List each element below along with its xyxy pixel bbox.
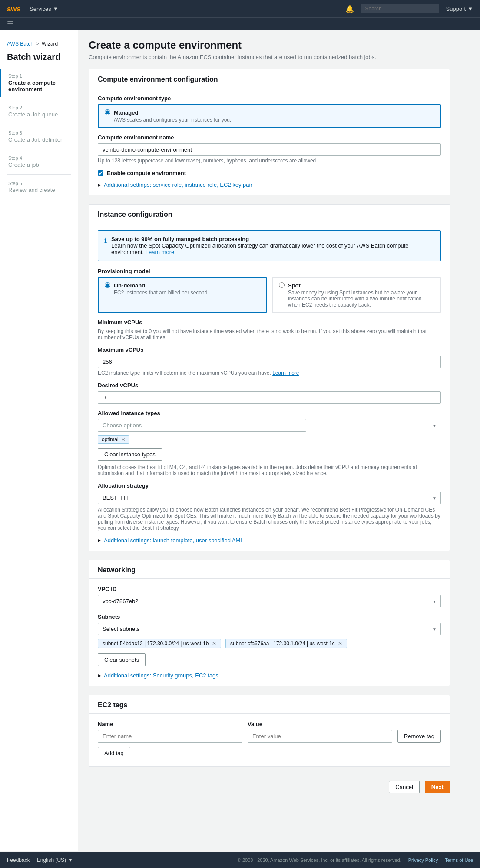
action-bar: Cancel Next xyxy=(89,776,450,799)
remove-tag-label: Remove tag xyxy=(404,733,434,739)
compute-type-group: Compute environment type Managed AWS sca… xyxy=(98,95,441,128)
add-tag-button[interactable]: Add tag xyxy=(98,747,130,759)
info-box-link[interactable]: Learn more xyxy=(146,249,174,255)
tag-value-label: Value xyxy=(248,721,392,727)
tag-name-input[interactable] xyxy=(98,730,242,743)
managed-option-text: Managed AWS scales and configures your i… xyxy=(114,109,231,123)
ec2-card-title: EC2 tags xyxy=(98,701,441,709)
breadcrumb-parent[interactable]: AWS Batch xyxy=(7,41,33,47)
spot-radio[interactable] xyxy=(279,282,285,288)
subnets-select[interactable]: Select subnets xyxy=(98,623,441,635)
optimal-chip: optimal ✕ xyxy=(98,435,129,444)
networking-additional-trigger[interactable]: ▶ Additional settings: Security groups, … xyxy=(98,672,441,679)
allocation-select[interactable]: BEST_FIT BEST_FIT_PROGRESSIVE SPOT_CAPAC… xyxy=(98,492,441,504)
clear-subnets-label: Clear subnets xyxy=(104,657,139,663)
max-vcpus-input[interactable] xyxy=(98,356,441,368)
subnet-1-tag: subnet-54bdac12 | 172.30.0.0/24 | us-wes… xyxy=(98,639,221,648)
compute-card-body: Compute environment type Managed AWS sca… xyxy=(89,88,450,195)
hamburger-menu-icon[interactable]: ☰ xyxy=(7,20,13,28)
additional-settings-trigger[interactable]: ▶ Additional settings: service role, ins… xyxy=(98,182,441,188)
desired-vcpus-input[interactable] xyxy=(98,391,441,404)
cancel-button[interactable]: Cancel xyxy=(389,781,419,793)
min-vcpus-label: Minimum vCPUs xyxy=(98,319,441,326)
next-button[interactable]: Next xyxy=(425,781,450,793)
vpc-label: VPC ID xyxy=(98,586,441,592)
min-vcpus-group: Minimum vCPUs By keeping this set to 0 y… xyxy=(98,319,441,340)
info-icon: ℹ xyxy=(104,236,107,255)
on-demand-radio[interactable] xyxy=(105,282,110,288)
managed-option[interactable]: Managed AWS scales and configures your i… xyxy=(98,104,441,128)
subnet-2-remove[interactable]: ✕ xyxy=(338,640,342,647)
compute-type-radio-group: Managed AWS scales and configures your i… xyxy=(98,104,441,128)
instance-card-title: Instance configuration xyxy=(98,211,441,218)
sidebar-step-3[interactable]: Step 3 Create a Job definiton xyxy=(0,126,78,147)
breadcrumb: AWS Batch > Wizard xyxy=(0,37,78,52)
step-5-label: Step 5 xyxy=(8,181,71,186)
services-menu[interactable]: Services ▼ xyxy=(30,6,59,12)
notification-bell-icon[interactable]: 🔔 xyxy=(345,5,354,13)
optimal-chip-remove[interactable]: ✕ xyxy=(121,437,125,442)
provisioning-model-group: Provisioning model On-demand EC2 instanc… xyxy=(98,268,441,313)
max-vcpus-learn-more[interactable]: Learn more xyxy=(272,370,299,376)
cancel-label: Cancel xyxy=(395,784,413,790)
env-name-input[interactable] xyxy=(98,143,441,156)
sidebar-step-4[interactable]: Step 4 Create a job xyxy=(0,151,78,172)
networking-additional-label: Additional settings: Security groups, EC… xyxy=(104,672,218,679)
remove-tag-button[interactable]: Remove tag xyxy=(397,730,441,743)
ec2-card-body: Name Value Remove tag Add tag xyxy=(89,714,450,766)
spot-desc: Save money by using Spot instances but b… xyxy=(288,290,434,308)
tag-name-label: Name xyxy=(98,721,242,727)
subnet-1-label: subnet-54bdac12 | 172.30.0.0/24 | us-wes… xyxy=(103,640,209,647)
support-arrow-icon: ▼ xyxy=(467,6,473,12)
enable-checkbox-row: Enable compute environment xyxy=(98,170,441,176)
allowed-instance-select[interactable]: Choose options optimal xyxy=(98,419,306,432)
provisioning-label: Provisioning model xyxy=(98,268,441,274)
top-navigation: aws Services ▼ 🔔 Support ▼ xyxy=(0,0,480,17)
enable-label[interactable]: Enable compute environment xyxy=(107,170,186,176)
next-label: Next xyxy=(431,784,444,790)
clear-subnets-button[interactable]: Clear subnets xyxy=(98,653,146,666)
clear-instance-types-button[interactable]: Clear instance types xyxy=(98,448,162,461)
networking-card-header: Networking xyxy=(89,560,450,579)
on-demand-text: On-demand EC2 instances that are billed … xyxy=(114,282,209,296)
additional-settings2-trigger[interactable]: ▶ Additional settings: launch template, … xyxy=(98,537,441,544)
tag-remove-group: Remove tag xyxy=(397,730,441,743)
vpc-select[interactable]: vpc-d7867eb2 xyxy=(98,595,441,607)
step-2-label: Step 2 xyxy=(8,105,71,110)
tag-value-input[interactable] xyxy=(248,730,392,743)
sidebar-step-2[interactable]: Step 2 Create a Job queue xyxy=(0,101,78,122)
info-box-title: Save up to 90% on fully managed batch pr… xyxy=(111,236,249,242)
subnet-2-tag: subnet-cfa676aa | 172.30.1.0/24 | us-wes… xyxy=(225,639,347,648)
vpc-select-wrapper: vpc-d7867eb2 xyxy=(98,595,441,607)
compute-card-header: Compute environment configuration xyxy=(89,69,450,88)
managed-title: Managed xyxy=(114,109,231,116)
subnets-select-wrapper: Select subnets xyxy=(98,623,441,635)
additional-settings2-label: Additional settings: launch template, us… xyxy=(104,537,242,544)
sidebar-step-5[interactable]: Step 5 Review and create xyxy=(0,176,78,198)
max-vcpus-hint-text: EC2 instance type limits will determine … xyxy=(98,370,271,376)
networking-card-body: VPC ID vpc-d7867eb2 Subnets Select subne… xyxy=(89,579,450,686)
managed-radio[interactable] xyxy=(105,109,110,115)
compute-type-label: Compute environment type xyxy=(98,95,441,102)
spot-title: Spot xyxy=(288,282,434,289)
max-vcpus-group: Maximum vCPUs EC2 instance type limits w… xyxy=(98,347,441,376)
global-search-input[interactable] xyxy=(361,4,439,13)
subnet-tags-area: subnet-54bdac12 | 172.30.0.0/24 | us-wes… xyxy=(98,639,441,651)
sidebar-page-title: Batch wizard xyxy=(0,52,78,69)
subnet-2-label: subnet-cfa676aa | 172.30.1.0/24 | us-wes… xyxy=(230,640,334,647)
enable-checkbox[interactable] xyxy=(98,170,103,176)
sidebar-step-1[interactable]: Step 1 Create a compute environment xyxy=(0,69,78,97)
ec2-card-header: EC2 tags xyxy=(89,695,450,714)
max-vcpus-hint: EC2 instance type limits will determine … xyxy=(98,370,441,376)
spot-option[interactable]: Spot Save money by using Spot instances … xyxy=(272,277,441,313)
allowed-instance-select-wrapper: Choose options optimal xyxy=(98,419,441,432)
provisioning-radio-group: On-demand EC2 instances that are billed … xyxy=(98,277,441,313)
breadcrumb-current: Wizard xyxy=(42,41,58,47)
on-demand-option[interactable]: On-demand EC2 instances that are billed … xyxy=(98,277,267,313)
support-menu[interactable]: Support ▼ xyxy=(446,6,473,12)
subnet-1-remove[interactable]: ✕ xyxy=(212,640,216,647)
aws-logo-icon: aws xyxy=(7,4,23,13)
optimal-chip-label: optimal xyxy=(102,436,119,442)
breadcrumb-separator: > xyxy=(36,41,39,47)
step-3-label: Step 3 xyxy=(8,130,71,135)
